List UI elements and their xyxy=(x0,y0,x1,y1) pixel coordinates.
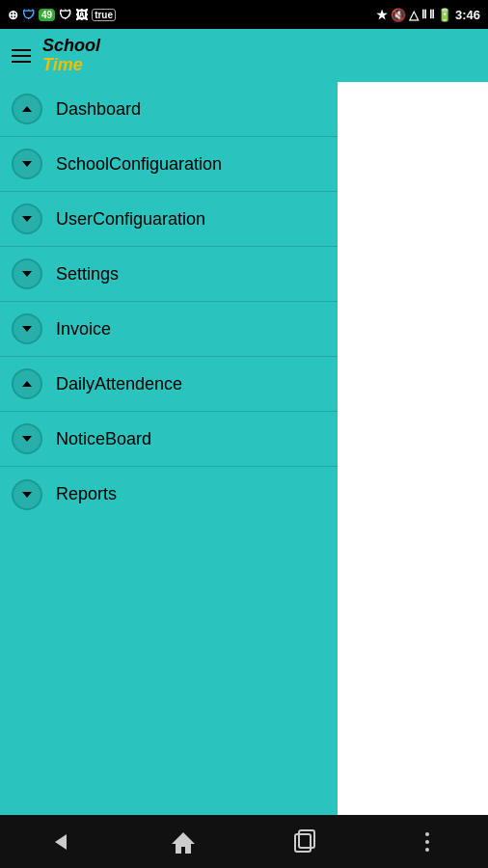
chevron-up-icon xyxy=(20,102,34,116)
sidebar-label-dashboard: Dashboard xyxy=(56,99,141,120)
chevron-button-invoice[interactable] xyxy=(12,313,42,344)
sidebar-menu: Dashboard SchoolConfiguaration UserConfi… xyxy=(0,82,338,522)
svg-point-12 xyxy=(425,832,429,836)
chevron-button-settings[interactable] xyxy=(12,258,42,289)
svg-marker-8 xyxy=(55,834,67,850)
chevron-button-notice-board[interactable] xyxy=(12,423,42,454)
sidebar-item-notice-board[interactable]: NoticeBoard xyxy=(0,412,338,467)
content-panel xyxy=(338,82,488,815)
sidebar-label-school-config: SchoolConfiguaration xyxy=(56,154,222,175)
more-icon xyxy=(414,828,441,855)
sidebar-item-reports[interactable]: Reports xyxy=(0,467,338,522)
image-icon: 🖼 xyxy=(75,8,88,22)
sidebar-label-reports: Reports xyxy=(56,484,117,504)
shield-icon-2: 🛡 xyxy=(59,8,71,22)
chevron-down-icon-2 xyxy=(20,212,34,226)
sidebar-label-settings: Settings xyxy=(56,264,119,285)
hamburger-menu[interactable] xyxy=(12,49,31,63)
add-icon: ⊕ xyxy=(8,8,18,22)
svg-marker-0 xyxy=(22,106,32,112)
svg-point-14 xyxy=(425,848,429,852)
svg-marker-5 xyxy=(22,381,32,387)
back-icon xyxy=(47,828,74,855)
svg-marker-7 xyxy=(22,492,32,498)
notification-badge: 49 xyxy=(39,9,55,21)
sidebar-label-daily-attendance: DailyAttendence xyxy=(56,374,182,394)
status-bar-left: ⊕ 🛡 49 🛡 🖼 true xyxy=(8,8,116,22)
chevron-button-reports[interactable] xyxy=(12,479,42,510)
app-logo: School Time xyxy=(42,37,100,75)
chevron-down-icon-3 xyxy=(20,267,34,281)
sidebar-item-school-config[interactable]: SchoolConfiguaration xyxy=(0,137,338,192)
more-button[interactable] xyxy=(398,823,456,861)
svg-marker-6 xyxy=(22,436,32,442)
svg-rect-10 xyxy=(295,834,311,852)
back-button[interactable] xyxy=(32,823,90,861)
sidebar-item-invoice[interactable]: Invoice xyxy=(0,302,338,357)
sidebar-item-daily-attendance[interactable]: DailyAttendence xyxy=(0,357,338,412)
battery-icon: 🔋 xyxy=(437,8,452,22)
time-display: 3:46 xyxy=(455,8,480,22)
chevron-up-icon-2 xyxy=(20,377,34,391)
status-bar-right: ★ 🔇 △ ⦀ ⦀ 🔋 3:46 xyxy=(376,7,480,22)
svg-rect-11 xyxy=(299,830,314,848)
svg-marker-4 xyxy=(22,326,32,332)
shield-icon-1: 🛡 xyxy=(22,8,35,22)
svg-marker-9 xyxy=(172,832,195,854)
bluetooth-icon: ★ xyxy=(376,8,388,22)
app-header: School Time xyxy=(0,29,488,82)
mute-icon: 🔇 xyxy=(391,8,406,22)
logo-time: Time xyxy=(42,56,100,75)
logo-school: School xyxy=(42,37,100,56)
chevron-button-user-config[interactable] xyxy=(12,203,42,234)
true-badge: true xyxy=(92,9,116,21)
chevron-down-icon-4 xyxy=(20,322,34,336)
sidebar-item-settings[interactable]: Settings xyxy=(0,247,338,302)
bottom-navigation xyxy=(0,815,488,868)
svg-marker-2 xyxy=(22,216,32,222)
signal-icon-2: ⦀ xyxy=(429,7,434,22)
sidebar-label-notice-board: NoticeBoard xyxy=(56,429,151,449)
chevron-down-icon-6 xyxy=(20,488,34,502)
sidebar-item-user-config[interactable]: UserConfiguaration xyxy=(0,192,338,247)
svg-point-13 xyxy=(425,840,429,844)
status-bar: ⊕ 🛡 49 🛡 🖼 true ★ 🔇 △ ⦀ ⦀ 🔋 3:46 xyxy=(0,0,488,29)
svg-marker-3 xyxy=(22,271,32,277)
chevron-button-daily-attendance[interactable] xyxy=(12,368,42,399)
chevron-button-dashboard[interactable] xyxy=(12,94,42,124)
home-button[interactable] xyxy=(154,823,212,861)
signal-icon-1: ⦀ xyxy=(421,7,426,22)
recents-icon xyxy=(291,828,318,855)
wifi-icon: △ xyxy=(409,8,419,22)
chevron-button-school-config[interactable] xyxy=(12,149,42,179)
chevron-down-icon xyxy=(20,157,34,171)
sidebar-label-user-config: UserConfiguaration xyxy=(56,209,205,230)
sidebar-item-dashboard[interactable]: Dashboard xyxy=(0,82,338,137)
chevron-down-icon-5 xyxy=(20,432,34,446)
recents-button[interactable] xyxy=(276,823,334,861)
home-icon xyxy=(170,828,197,855)
svg-marker-1 xyxy=(22,161,32,167)
sidebar-label-invoice: Invoice xyxy=(56,319,111,339)
